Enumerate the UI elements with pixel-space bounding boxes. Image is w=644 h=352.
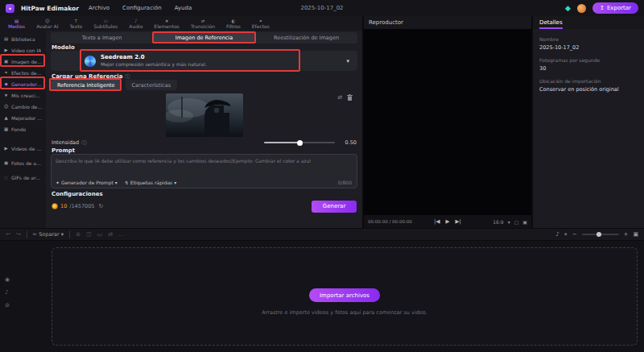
prev-frame-button[interactable]: |◀	[434, 218, 440, 225]
field-value-nombre: 2025-10-17_02	[539, 44, 638, 51]
zoom-out-icon[interactable]: −	[572, 231, 577, 238]
intensity-slider[interactable]	[264, 142, 335, 143]
field-value-fps: 30	[539, 65, 638, 72]
tab-subtitulos[interactable]: ▭Subtítulos	[89, 16, 122, 31]
tab-caracteristicas[interactable]: Características	[126, 80, 177, 90]
sidebar-item-videos-archivo[interactable]: ▶Videos de archivo	[0, 141, 46, 155]
tab-imagen-de-referencia[interactable]: Imagen de Referencia	[153, 32, 255, 43]
media-dropzone[interactable]: Importar archivos Arrastre e importe vid…	[52, 247, 638, 346]
tab-elementos[interactable]: ★Elementos	[149, 16, 184, 31]
tab-transicion[interactable]: ⇄Transición	[186, 16, 220, 31]
prompt-textarea[interactable]: Describa lo que IA debe utilizar como re…	[51, 154, 357, 188]
sidebar-item-generador[interactable]: ◆Generador de...	[0, 78, 46, 89]
snap-icon[interactable]: ⌖	[564, 231, 568, 238]
timeline-zoom-slider[interactable]	[582, 234, 619, 235]
reference-tabs: Referencia Inteligente Características	[51, 80, 177, 90]
sidebar-group-gap	[0, 135, 46, 141]
field-value-ubicacion: Conservar en posición original	[539, 86, 638, 93]
efectos-imagen-icon: ✦	[3, 70, 9, 75]
play-button[interactable]: ▶	[446, 218, 450, 225]
audio-mix-icon[interactable]: ♪	[555, 231, 559, 238]
sidebar-item-video-con-ia[interactable]: ▶Video con IA	[0, 44, 46, 56]
dropzone-hint: Arrastre e importe videos y fotos aquí p…	[52, 309, 637, 316]
char-counter: 0/800	[338, 180, 352, 185]
snapshot-icon[interactable]: ▢	[514, 219, 519, 225]
seedream-logo-icon	[85, 56, 96, 67]
tab-detalles[interactable]: Detalles	[539, 19, 563, 29]
sidebar-item-mis-creaciones[interactable]: ★Mis creaciones	[0, 89, 46, 101]
details-panel: Detalles Nombre 2025-10-17_02 Fotogramas…	[533, 16, 644, 228]
field-label-ubicacion: Ubicación de importación	[539, 78, 638, 84]
vip-diamond-icon[interactable]: ◆	[565, 4, 571, 12]
track-lock-icon[interactable]: ⊘	[5, 302, 10, 309]
intensity-row: Intensidad ⓘ 0.50	[52, 139, 357, 147]
app-window: ✦ HitPaw Edimakor Archivo Configuración …	[0, 0, 644, 352]
crop-icon[interactable]: ▭	[97, 231, 103, 238]
mirror-icon[interactable]: ⇄	[108, 231, 113, 238]
swap-image-icon[interactable]: ⇄	[337, 94, 342, 101]
tab-avatar-ai[interactable]: ☺Avatar AI	[31, 16, 63, 31]
sidebar-item-fotos-archivo[interactable]: ▣Fotos de archivo	[0, 155, 46, 170]
zoom-in-icon[interactable]: +	[624, 231, 629, 238]
next-frame-button[interactable]: ▶|	[456, 218, 461, 225]
sidebar-item-efectos-imagen[interactable]: ✦Efectos de Im...	[0, 67, 46, 78]
track-record-icon[interactable]: ◉	[5, 276, 10, 283]
model-description: Mejor compresión semántica y más natural…	[101, 61, 207, 68]
tab-audio[interactable]: ♪Audio	[124, 16, 147, 31]
split-button[interactable]: ✂ Separar ▾	[33, 231, 64, 238]
trash-icon[interactable]	[347, 94, 353, 101]
undo-icon[interactable]: ↩	[6, 231, 10, 238]
model-name: Seedream 2.0	[101, 54, 207, 61]
sidebar-item-gifs-archivo[interactable]: ◌GIFs de archivo	[0, 170, 46, 184]
toolbar-divider	[27, 231, 27, 238]
gifs-archivo-icon: ◌	[3, 175, 9, 180]
biblioteca-icon: ▤	[3, 36, 9, 41]
refresh-credits-icon[interactable]: ↻	[98, 203, 103, 209]
delete-icon[interactable]: ⊘	[76, 231, 80, 238]
timeline-zoom-handle[interactable]	[597, 232, 601, 237]
duplicate-icon[interactable]: ◫	[86, 231, 92, 238]
menu-configuracion[interactable]: Configuración	[119, 5, 165, 11]
model-section-label: Modelo	[52, 44, 75, 51]
tab-texto-a-imagen[interactable]: Texto a Imagen	[51, 32, 153, 43]
tab-filtros[interactable]: ◐Filtros	[221, 16, 246, 31]
generate-button[interactable]: Generar	[312, 201, 357, 213]
quick-tags-button[interactable]: ↯ Etiquetas rápidas ▾	[125, 180, 176, 185]
tab-efectos[interactable]: ✦Efectos	[247, 16, 275, 31]
tab-medios[interactable]: ▤Medios	[3, 16, 30, 31]
player-panel: Reproductor 00:00:00 / 00:00:00 |◀ ▶ ▶| …	[364, 16, 531, 228]
tab-reestilizacion[interactable]: Reestilización de Imagen	[255, 32, 357, 43]
sidebar-item-mejorador[interactable]: ▲Mejorador de V...	[0, 112, 46, 123]
more-tools-icon[interactable]: …	[118, 231, 124, 238]
sidebar-item-imagen-de-ia[interactable]: ▣Imagen de IA	[0, 56, 46, 67]
export-button[interactable]: ↥ Exportar	[592, 2, 638, 14]
menu-archivo[interactable]: Archivo	[85, 5, 113, 11]
aspect-ratio-selector[interactable]: 16:9	[493, 219, 503, 225]
intensity-value: 0.50	[342, 139, 357, 146]
prompt-generator-button[interactable]: ✦ Generador de Prompt ▾	[56, 180, 118, 185]
credits-row: 10 /1457005 ↻ Generar	[52, 200, 357, 213]
menu-ayuda[interactable]: Ayuda	[171, 5, 196, 11]
credits-total: /1457005	[69, 203, 94, 209]
mejorador-icon: ▲	[3, 115, 9, 120]
app-logo-icon: ✦	[6, 4, 14, 13]
chevron-down-icon[interactable]: ▾	[508, 219, 510, 225]
sidebar-item-cambio-rostro[interactable]: ☺Cambio de rostr...	[0, 101, 46, 112]
fullscreen-icon[interactable]: ▣	[522, 219, 527, 225]
chevron-down-icon[interactable]: ▾	[346, 58, 349, 64]
fit-timeline-icon[interactable]: ▣	[633, 231, 638, 238]
reference-image-thumbnail[interactable]	[166, 93, 243, 137]
intensity-slider-handle[interactable]	[297, 140, 303, 146]
tab-texto[interactable]: TTexto	[64, 16, 87, 31]
redo-icon[interactable]: ↪	[16, 231, 21, 238]
scissors-icon: ✂	[33, 231, 37, 238]
sidebar-item-biblioteca[interactable]: ▤Biblioteca	[0, 33, 46, 44]
user-avatar[interactable]	[577, 4, 586, 13]
sidebar-item-fondo[interactable]: ▦Fondo	[0, 123, 46, 135]
sparkle-icon: ✦	[56, 180, 60, 185]
import-files-button[interactable]: Importar archivos	[309, 288, 380, 302]
model-dropdown[interactable]: Seedream 2.0 Mejor compresión semántica …	[51, 51, 357, 71]
generator-mode-tabs: Texto a Imagen Imagen de Referencia Rees…	[51, 32, 357, 43]
tab-referencia-inteligente[interactable]: Referencia Inteligente	[51, 80, 122, 90]
track-audio-icon[interactable]: ♪	[5, 289, 10, 296]
